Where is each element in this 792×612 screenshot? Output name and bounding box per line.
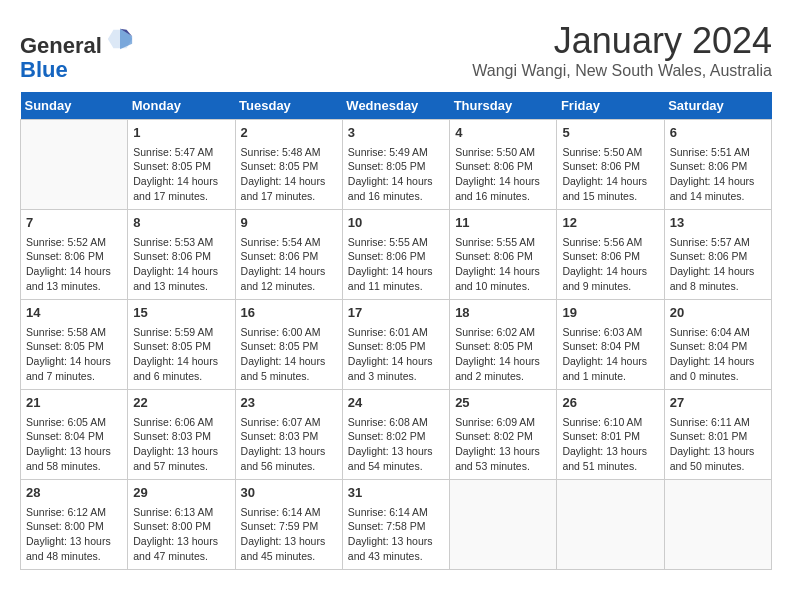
- calendar-day: 12Sunrise: 5:56 AMSunset: 8:06 PMDayligh…: [557, 210, 664, 300]
- day-info: Sunrise: 5:52 AMSunset: 8:06 PMDaylight:…: [26, 235, 122, 294]
- day-info: Sunrise: 6:05 AMSunset: 8:04 PMDaylight:…: [26, 415, 122, 474]
- day-number: 26: [562, 394, 658, 412]
- calendar-week-1: 1Sunrise: 5:47 AMSunset: 8:05 PMDaylight…: [21, 120, 772, 210]
- day-number: 20: [670, 304, 766, 322]
- calendar-day: 2Sunrise: 5:48 AMSunset: 8:05 PMDaylight…: [235, 120, 342, 210]
- day-number: 28: [26, 484, 122, 502]
- day-info: Sunrise: 5:59 AMSunset: 8:05 PMDaylight:…: [133, 325, 229, 384]
- day-info: Sunrise: 5:56 AMSunset: 8:06 PMDaylight:…: [562, 235, 658, 294]
- day-number: 5: [562, 124, 658, 142]
- day-info: Sunrise: 5:55 AMSunset: 8:06 PMDaylight:…: [348, 235, 444, 294]
- calendar-day: 10Sunrise: 5:55 AMSunset: 8:06 PMDayligh…: [342, 210, 449, 300]
- calendar-week-2: 7Sunrise: 5:52 AMSunset: 8:06 PMDaylight…: [21, 210, 772, 300]
- day-number: 1: [133, 124, 229, 142]
- day-info: Sunrise: 6:01 AMSunset: 8:05 PMDaylight:…: [348, 325, 444, 384]
- calendar-day: 6Sunrise: 5:51 AMSunset: 8:06 PMDaylight…: [664, 120, 771, 210]
- calendar-day: 15Sunrise: 5:59 AMSunset: 8:05 PMDayligh…: [128, 300, 235, 390]
- day-number: 12: [562, 214, 658, 232]
- day-info: Sunrise: 6:03 AMSunset: 8:04 PMDaylight:…: [562, 325, 658, 384]
- logo-general: General: [20, 33, 102, 58]
- day-number: 18: [455, 304, 551, 322]
- calendar-day: 22Sunrise: 6:06 AMSunset: 8:03 PMDayligh…: [128, 390, 235, 480]
- calendar-day: 4Sunrise: 5:50 AMSunset: 8:06 PMDaylight…: [450, 120, 557, 210]
- calendar-day: 8Sunrise: 5:53 AMSunset: 8:06 PMDaylight…: [128, 210, 235, 300]
- day-info: Sunrise: 6:11 AMSunset: 8:01 PMDaylight:…: [670, 415, 766, 474]
- calendar-day: 14Sunrise: 5:58 AMSunset: 8:05 PMDayligh…: [21, 300, 128, 390]
- calendar-day: [450, 480, 557, 570]
- day-number: 7: [26, 214, 122, 232]
- calendar-day: 31Sunrise: 6:14 AMSunset: 7:58 PMDayligh…: [342, 480, 449, 570]
- logo: General Blue: [20, 25, 134, 82]
- calendar-day: 18Sunrise: 6:02 AMSunset: 8:05 PMDayligh…: [450, 300, 557, 390]
- day-number: 27: [670, 394, 766, 412]
- day-info: Sunrise: 6:13 AMSunset: 8:00 PMDaylight:…: [133, 505, 229, 564]
- calendar-day: 30Sunrise: 6:14 AMSunset: 7:59 PMDayligh…: [235, 480, 342, 570]
- calendar-day: 5Sunrise: 5:50 AMSunset: 8:06 PMDaylight…: [557, 120, 664, 210]
- calendar-day: 27Sunrise: 6:11 AMSunset: 8:01 PMDayligh…: [664, 390, 771, 480]
- day-number: 9: [241, 214, 337, 232]
- calendar-day: 7Sunrise: 5:52 AMSunset: 8:06 PMDaylight…: [21, 210, 128, 300]
- calendar-day: 13Sunrise: 5:57 AMSunset: 8:06 PMDayligh…: [664, 210, 771, 300]
- day-info: Sunrise: 5:50 AMSunset: 8:06 PMDaylight:…: [455, 145, 551, 204]
- day-info: Sunrise: 6:09 AMSunset: 8:02 PMDaylight:…: [455, 415, 551, 474]
- day-info: Sunrise: 6:00 AMSunset: 8:05 PMDaylight:…: [241, 325, 337, 384]
- weekday-header-monday: Monday: [128, 92, 235, 120]
- day-number: 6: [670, 124, 766, 142]
- day-info: Sunrise: 5:53 AMSunset: 8:06 PMDaylight:…: [133, 235, 229, 294]
- day-number: 29: [133, 484, 229, 502]
- day-number: 19: [562, 304, 658, 322]
- day-info: Sunrise: 5:50 AMSunset: 8:06 PMDaylight:…: [562, 145, 658, 204]
- weekday-header-tuesday: Tuesday: [235, 92, 342, 120]
- day-number: 8: [133, 214, 229, 232]
- weekday-header-sunday: Sunday: [21, 92, 128, 120]
- day-info: Sunrise: 6:02 AMSunset: 8:05 PMDaylight:…: [455, 325, 551, 384]
- day-number: 30: [241, 484, 337, 502]
- title-block: January 2024 Wangi Wangi, New South Wale…: [472, 20, 772, 80]
- day-info: Sunrise: 5:58 AMSunset: 8:05 PMDaylight:…: [26, 325, 122, 384]
- day-info: Sunrise: 5:47 AMSunset: 8:05 PMDaylight:…: [133, 145, 229, 204]
- calendar-day: 17Sunrise: 6:01 AMSunset: 8:05 PMDayligh…: [342, 300, 449, 390]
- calendar-week-5: 28Sunrise: 6:12 AMSunset: 8:00 PMDayligh…: [21, 480, 772, 570]
- day-info: Sunrise: 5:55 AMSunset: 8:06 PMDaylight:…: [455, 235, 551, 294]
- calendar-day: [21, 120, 128, 210]
- location: Wangi Wangi, New South Wales, Australia: [472, 62, 772, 80]
- day-number: 4: [455, 124, 551, 142]
- calendar-day: 24Sunrise: 6:08 AMSunset: 8:02 PMDayligh…: [342, 390, 449, 480]
- day-number: 25: [455, 394, 551, 412]
- day-info: Sunrise: 5:48 AMSunset: 8:05 PMDaylight:…: [241, 145, 337, 204]
- day-info: Sunrise: 5:54 AMSunset: 8:06 PMDaylight:…: [241, 235, 337, 294]
- day-info: Sunrise: 6:10 AMSunset: 8:01 PMDaylight:…: [562, 415, 658, 474]
- calendar-day: [664, 480, 771, 570]
- day-number: 13: [670, 214, 766, 232]
- calendar-day: 20Sunrise: 6:04 AMSunset: 8:04 PMDayligh…: [664, 300, 771, 390]
- day-number: 22: [133, 394, 229, 412]
- logo-icon: [106, 25, 134, 53]
- day-info: Sunrise: 6:14 AMSunset: 7:59 PMDaylight:…: [241, 505, 337, 564]
- day-number: 24: [348, 394, 444, 412]
- day-number: 23: [241, 394, 337, 412]
- weekday-header-wednesday: Wednesday: [342, 92, 449, 120]
- calendar-day: 3Sunrise: 5:49 AMSunset: 8:05 PMDaylight…: [342, 120, 449, 210]
- calendar-day: 21Sunrise: 6:05 AMSunset: 8:04 PMDayligh…: [21, 390, 128, 480]
- day-info: Sunrise: 5:57 AMSunset: 8:06 PMDaylight:…: [670, 235, 766, 294]
- calendar-day: 25Sunrise: 6:09 AMSunset: 8:02 PMDayligh…: [450, 390, 557, 480]
- calendar-day: 29Sunrise: 6:13 AMSunset: 8:00 PMDayligh…: [128, 480, 235, 570]
- day-number: 16: [241, 304, 337, 322]
- day-info: Sunrise: 6:07 AMSunset: 8:03 PMDaylight:…: [241, 415, 337, 474]
- day-number: 14: [26, 304, 122, 322]
- day-number: 10: [348, 214, 444, 232]
- calendar-header-row: SundayMondayTuesdayWednesdayThursdayFrid…: [21, 92, 772, 120]
- day-number: 31: [348, 484, 444, 502]
- weekday-header-friday: Friday: [557, 92, 664, 120]
- weekday-header-saturday: Saturday: [664, 92, 771, 120]
- day-info: Sunrise: 6:04 AMSunset: 8:04 PMDaylight:…: [670, 325, 766, 384]
- calendar-body: 1Sunrise: 5:47 AMSunset: 8:05 PMDaylight…: [21, 120, 772, 570]
- day-info: Sunrise: 5:51 AMSunset: 8:06 PMDaylight:…: [670, 145, 766, 204]
- calendar-day: 1Sunrise: 5:47 AMSunset: 8:05 PMDaylight…: [128, 120, 235, 210]
- day-number: 17: [348, 304, 444, 322]
- calendar-table: SundayMondayTuesdayWednesdayThursdayFrid…: [20, 92, 772, 570]
- calendar-week-4: 21Sunrise: 6:05 AMSunset: 8:04 PMDayligh…: [21, 390, 772, 480]
- day-info: Sunrise: 6:12 AMSunset: 8:00 PMDaylight:…: [26, 505, 122, 564]
- day-info: Sunrise: 6:08 AMSunset: 8:02 PMDaylight:…: [348, 415, 444, 474]
- day-number: 21: [26, 394, 122, 412]
